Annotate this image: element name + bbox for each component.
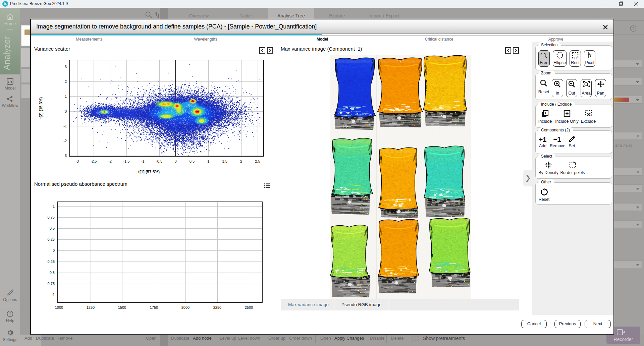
svg-text:?: ? (9, 312, 11, 316)
svg-text:?: ? (632, 26, 635, 31)
